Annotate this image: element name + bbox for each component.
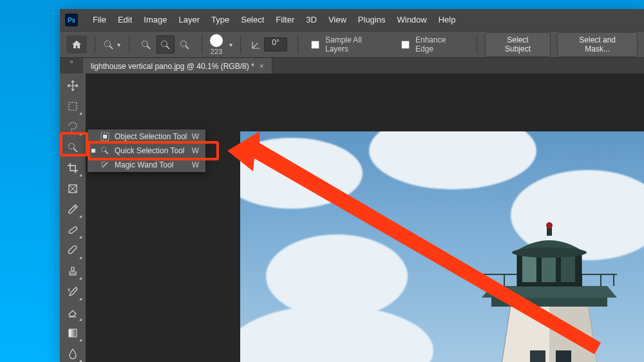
canvas-area[interactable]: Object Selection Tool W Quick Selection … bbox=[86, 73, 644, 362]
menu-help[interactable]: Help bbox=[433, 9, 462, 31]
add-selection-icon bbox=[160, 39, 171, 50]
history-tool[interactable] bbox=[62, 282, 83, 301]
home-button[interactable] bbox=[66, 35, 87, 53]
menu-file[interactable]: File bbox=[87, 9, 112, 31]
quick-select-tool[interactable] bbox=[62, 138, 83, 157]
menu-view[interactable]: View bbox=[323, 9, 352, 31]
bandage-icon bbox=[67, 224, 79, 236]
flyout-item-shortcut: W bbox=[192, 146, 202, 155]
enhance-edge-label: Enhance Edge bbox=[415, 35, 466, 53]
select-and-mask-button[interactable]: Select and Mask... bbox=[557, 32, 638, 57]
divider bbox=[240, 35, 241, 53]
menu-window[interactable]: Window bbox=[391, 9, 432, 31]
svg-rect-8 bbox=[69, 329, 77, 337]
menu-select[interactable]: Select bbox=[235, 9, 270, 31]
menu-3d[interactable]: 3D bbox=[300, 9, 323, 31]
svg-rect-32 bbox=[103, 135, 107, 138]
lighthouse-drawing bbox=[453, 222, 644, 362]
active-indicator-icon bbox=[91, 149, 95, 153]
document-tab-bar: » lighthouse vertical pano.jpg @ 40.1% (… bbox=[60, 58, 644, 75]
angle-input[interactable]: 0° bbox=[264, 37, 287, 52]
stamp-icon bbox=[67, 265, 79, 277]
marquee-tool[interactable] bbox=[62, 97, 83, 116]
gradient-icon bbox=[68, 328, 78, 338]
crop-tool[interactable] bbox=[62, 158, 83, 178]
magic-wand-icon bbox=[99, 160, 111, 169]
panel-handle-icon[interactable]: » bbox=[65, 58, 78, 65]
selection-tool-flyout: Object Selection Tool W Quick Selection … bbox=[88, 129, 205, 172]
enhance-edge-checkbox[interactable]: Enhance Edge bbox=[396, 35, 469, 53]
stamp-tool[interactable] bbox=[62, 262, 83, 281]
menu-layer[interactable]: Layer bbox=[173, 9, 206, 31]
gradient-tool[interactable] bbox=[62, 323, 83, 343]
menu-plugins[interactable]: Plugins bbox=[352, 9, 392, 31]
photoshop-logo: Ps bbox=[65, 14, 78, 26]
svg-rect-29 bbox=[530, 350, 545, 362]
svg-point-28 bbox=[546, 222, 553, 229]
move-icon bbox=[67, 80, 79, 91]
document-tab-title: lighthouse vertical pano.jpg @ 40.1% (RG… bbox=[91, 62, 254, 71]
tool-preset-picker[interactable]: ▾ bbox=[103, 35, 121, 53]
frame-tool[interactable] bbox=[62, 179, 83, 198]
document-image bbox=[240, 131, 644, 362]
photoshop-window: Ps File Edit Image Layer Type Select Fil… bbox=[60, 9, 644, 362]
drop-icon bbox=[68, 348, 78, 359]
svg-rect-23 bbox=[522, 256, 536, 282]
flyout-item-quick-selection[interactable]: Quick Selection Tool W bbox=[88, 144, 205, 158]
sample-all-label: Sample All Layers bbox=[325, 35, 387, 53]
flyout-item-shortcut: W bbox=[192, 160, 202, 169]
brush-size-picker[interactable]: 223 bbox=[210, 34, 223, 55]
menu-bar: Ps File Edit Image Layer Type Select Fil… bbox=[60, 9, 644, 31]
move-tool[interactable] bbox=[62, 76, 83, 95]
brush-angle: 0° bbox=[249, 37, 290, 52]
flyout-item-shortcut: W bbox=[192, 132, 202, 141]
menu-image[interactable]: Image bbox=[138, 9, 173, 31]
add-to-selection-button[interactable] bbox=[156, 35, 175, 53]
quick-selection-icon bbox=[99, 146, 111, 155]
select-subject-button[interactable]: Select Subject bbox=[485, 32, 551, 57]
frame-icon bbox=[68, 184, 78, 194]
new-selection-button[interactable] bbox=[137, 35, 155, 53]
svg-rect-30 bbox=[556, 350, 571, 362]
flyout-item-object-selection[interactable]: Object Selection Tool W bbox=[88, 129, 205, 144]
eyedropper-tool[interactable] bbox=[62, 200, 83, 219]
object-selection-icon bbox=[99, 132, 111, 141]
flyout-item-label: Object Selection Tool bbox=[115, 132, 188, 141]
lasso-icon bbox=[67, 121, 79, 133]
checkbox-icon[interactable] bbox=[311, 41, 319, 49]
svg-rect-24 bbox=[542, 256, 556, 282]
divider bbox=[298, 35, 298, 53]
svg-rect-4 bbox=[69, 102, 77, 110]
svg-rect-7 bbox=[68, 226, 77, 234]
healing-tool[interactable] bbox=[62, 220, 83, 240]
document-tab[interactable]: lighthouse vertical pano.jpg @ 40.1% (RG… bbox=[83, 58, 272, 75]
angle-icon bbox=[251, 39, 261, 50]
tool-bar bbox=[60, 73, 86, 362]
eyedropper-icon bbox=[67, 204, 79, 215]
menu-type[interactable]: Type bbox=[205, 9, 235, 31]
crop-icon bbox=[67, 162, 79, 174]
flyout-item-label: Quick Selection Tool bbox=[115, 146, 188, 155]
checkbox-icon[interactable] bbox=[401, 41, 410, 49]
options-bar: ▾ 223 ▾ bbox=[60, 31, 644, 58]
divider bbox=[129, 35, 129, 53]
menu-filter[interactable]: Filter bbox=[270, 9, 300, 31]
brush-icon bbox=[67, 245, 79, 256]
blur-tool[interactable] bbox=[62, 344, 83, 362]
history-brush-icon bbox=[67, 286, 79, 298]
subtract-selection-icon bbox=[179, 39, 191, 50]
brush-tool[interactable] bbox=[62, 241, 83, 260]
home-icon bbox=[71, 40, 82, 49]
close-icon[interactable]: × bbox=[260, 62, 264, 71]
sample-all-layers-checkbox[interactable]: Sample All Layers bbox=[306, 35, 390, 53]
subtract-selection-button[interactable] bbox=[176, 35, 194, 53]
flyout-item-label: Magic Wand Tool bbox=[115, 160, 188, 169]
brush-preview-icon bbox=[210, 34, 223, 47]
svg-rect-12 bbox=[491, 298, 607, 307]
menu-edit[interactable]: Edit bbox=[112, 9, 138, 31]
chevron-down-icon[interactable]: ▾ bbox=[229, 41, 232, 48]
lasso-tool[interactable] bbox=[62, 117, 83, 137]
eraser-tool[interactable] bbox=[62, 303, 83, 322]
marquee-icon bbox=[68, 101, 78, 111]
flyout-item-magic-wand[interactable]: Magic Wand Tool W bbox=[88, 158, 205, 172]
